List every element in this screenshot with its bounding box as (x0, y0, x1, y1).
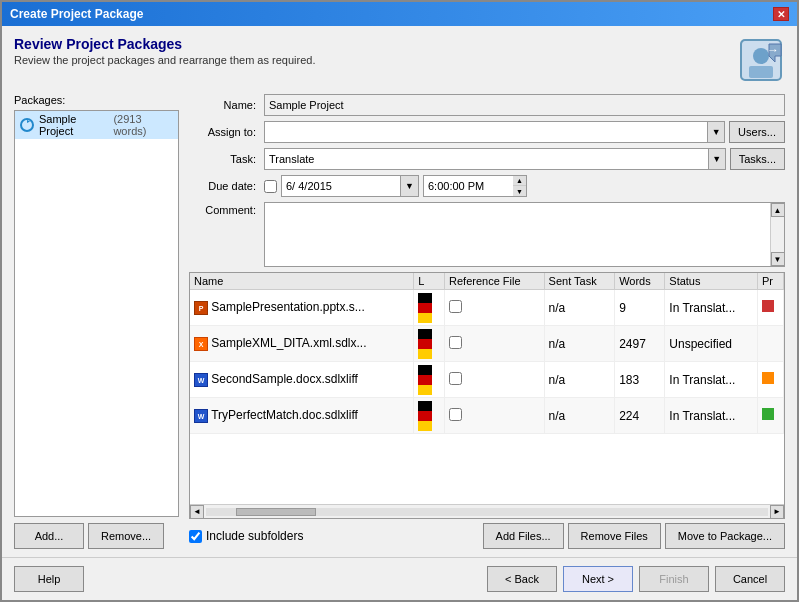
hscroll-track[interactable] (206, 508, 768, 516)
page-subtitle: Review the project packages and rearrang… (14, 54, 315, 66)
include-subfolders-row: Include subfolders (189, 529, 303, 543)
scroll-down-btn[interactable]: ▼ (771, 252, 785, 266)
comment-textarea[interactable] (265, 203, 770, 266)
file-status-cell: In Translat... (665, 398, 758, 434)
packages-panel: Packages: Sample Project (2913 words) Ad… (14, 94, 179, 549)
cancel-button[interactable]: Cancel (715, 566, 785, 592)
packages-list[interactable]: Sample Project (2913 words) (14, 110, 179, 517)
packages-buttons: Add... Remove... (14, 523, 179, 549)
files-table: Name L Reference File Sent Task Words St… (190, 273, 784, 434)
task-label: Task: (189, 153, 264, 165)
file-icon-sdlxliff: W (194, 409, 208, 423)
file-lang-cell (414, 290, 445, 326)
file-ref-cell (445, 326, 545, 362)
col-l: L (414, 273, 445, 290)
ref-checkbox[interactable] (449, 336, 462, 349)
file-name: SecondSample.docx.sdlxliff (211, 372, 358, 386)
comment-scrollbar: ▲ ▼ (770, 203, 784, 266)
file-pr-cell (758, 326, 784, 362)
file-name-cell: W TryPerfectMatch.doc.sdlxliff (190, 398, 414, 434)
col-status: Status (665, 273, 758, 290)
files-bottom-bar: Include subfolders Add Files... Remove F… (189, 523, 785, 549)
hscroll-right-btn[interactable]: ► (770, 505, 784, 519)
due-date-input[interactable] (281, 175, 401, 197)
add-files-button[interactable]: Add Files... (483, 523, 564, 549)
table-header-row: Name L Reference File Sent Task Words St… (190, 273, 784, 290)
file-icon-xml: X (194, 337, 208, 351)
assign-input[interactable] (264, 121, 707, 143)
col-sent: Sent Task (544, 273, 615, 290)
name-row: Name: (189, 94, 785, 116)
page-title: Review Project Packages (14, 36, 315, 52)
remove-package-button[interactable]: Remove... (88, 523, 164, 549)
files-action-buttons: Add Files... Remove Files Move to Packag… (309, 523, 785, 549)
remove-files-button[interactable]: Remove Files (568, 523, 661, 549)
next-button[interactable]: Next > (563, 566, 633, 592)
header-section: Review Project Packages Review the proje… (14, 36, 785, 84)
table-row[interactable]: X SampleXML_DITA.xml.sdlx... (190, 326, 784, 362)
due-date-row: Due date: ▼ ▲ ▼ (189, 175, 785, 197)
users-button[interactable]: Users... (729, 121, 785, 143)
hscroll-thumb[interactable] (236, 508, 316, 516)
file-name-cell: P SamplePresentation.pptx.s... (190, 290, 414, 326)
ref-checkbox[interactable] (449, 300, 462, 313)
assign-row: Assign to: ▼ Users... (189, 121, 785, 143)
file-icon-pptx: P (194, 301, 208, 315)
package-item[interactable]: Sample Project (2913 words) (15, 111, 178, 139)
comment-area-wrapper: ▲ ▼ (264, 202, 785, 267)
content-area: Review Project Packages Review the proje… (2, 26, 797, 557)
task-input[interactable] (264, 148, 708, 170)
assign-dropdown-btn[interactable]: ▼ (707, 121, 725, 143)
detail-panel: Name: Assign to: ▼ Users... (189, 94, 785, 549)
task-dropdown-btn[interactable]: ▼ (708, 148, 726, 170)
table-row[interactable]: P SamplePresentation.pptx.s... (190, 290, 784, 326)
name-input[interactable] (264, 94, 785, 116)
file-words-cell: 224 (615, 398, 665, 434)
comment-label: Comment: (189, 202, 264, 267)
file-lang-cell (414, 362, 445, 398)
time-input[interactable] (423, 175, 513, 197)
time-down-btn[interactable]: ▼ (513, 186, 526, 196)
file-name: TryPerfectMatch.doc.sdlxliff (211, 408, 358, 422)
col-words: Words (615, 273, 665, 290)
due-date-checkbox[interactable] (264, 180, 277, 193)
file-pr-cell (758, 362, 784, 398)
file-sent-cell: n/a (544, 362, 615, 398)
german-flag-icon (418, 401, 434, 431)
hscroll-left-btn[interactable]: ◄ (190, 505, 204, 519)
german-flag-icon (418, 365, 434, 395)
file-name: SampleXML_DITA.xml.sdlx... (211, 336, 366, 350)
close-button[interactable]: ✕ (773, 7, 789, 21)
svg-rect-2 (749, 66, 773, 78)
table-row[interactable]: W SecondSample.docx.sdlxliff (190, 362, 784, 398)
back-button[interactable]: < Back (487, 566, 557, 592)
file-name-cell: W SecondSample.docx.sdlxliff (190, 362, 414, 398)
ref-checkbox[interactable] (449, 372, 462, 385)
due-date-label: Due date: (189, 180, 264, 192)
files-table-wrapper: Name L Reference File Sent Task Words St… (189, 272, 785, 519)
table-scroll[interactable]: Name L Reference File Sent Task Words St… (190, 273, 784, 504)
include-subfolders-label: Include subfolders (206, 529, 303, 543)
file-icon-docx: W (194, 373, 208, 387)
time-up-btn[interactable]: ▲ (513, 176, 526, 186)
ref-checkbox[interactable] (449, 408, 462, 421)
window-title: Create Project Package (10, 7, 143, 21)
file-ref-cell (445, 290, 545, 326)
assign-combo: ▼ (264, 121, 725, 143)
date-dropdown-btn[interactable]: ▼ (401, 175, 419, 197)
comment-row: Comment: ▲ ▼ (189, 202, 785, 267)
header-icon: → (737, 36, 785, 84)
header-text: Review Project Packages Review the proje… (14, 36, 315, 66)
name-label: Name: (189, 99, 264, 111)
tasks-button[interactable]: Tasks... (730, 148, 785, 170)
add-package-button[interactable]: Add... (14, 523, 84, 549)
finish-button[interactable]: Finish (639, 566, 709, 592)
col-ref: Reference File (445, 273, 545, 290)
move-to-package-button[interactable]: Move to Package... (665, 523, 785, 549)
footer-left: Help (14, 566, 84, 592)
scroll-up-btn[interactable]: ▲ (771, 203, 785, 217)
help-button[interactable]: Help (14, 566, 84, 592)
include-subfolders-checkbox[interactable] (189, 530, 202, 543)
table-row[interactable]: W TryPerfectMatch.doc.sdlxliff (190, 398, 784, 434)
time-spinner: ▲ ▼ (513, 175, 527, 197)
